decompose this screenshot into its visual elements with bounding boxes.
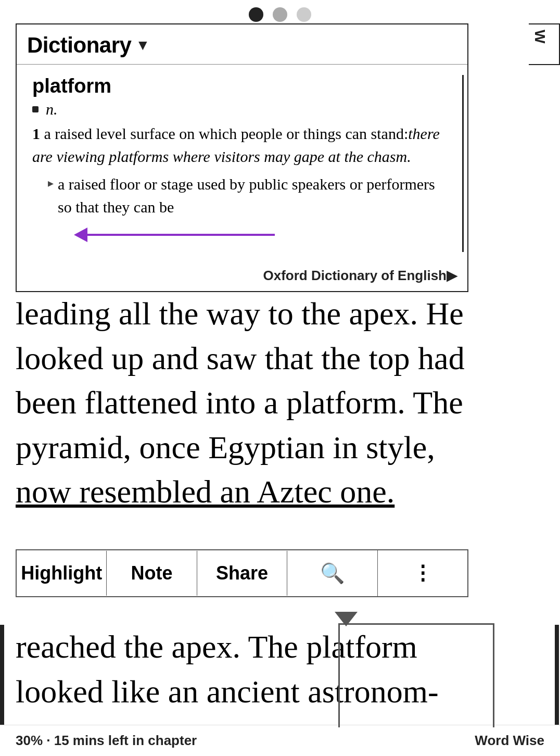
dictionary-header: Dictionary ▼ xyxy=(17,24,467,65)
oxford-footer[interactable]: Oxford Dictionary of English▶ xyxy=(17,262,467,291)
dot-2[interactable] xyxy=(273,7,287,22)
dict-sub-definition: ▸ a raised floor or stage used by public… xyxy=(48,173,452,218)
dict-definition-1: 1 a raised level surface on which people… xyxy=(32,122,452,168)
bottom-line-2: looked like an ancient astronom- xyxy=(16,674,439,709)
sub-bullet: ▸ xyxy=(48,175,54,218)
status-progress: 30% · 15 mins left in chapter xyxy=(16,733,197,749)
dict-word: platform xyxy=(32,75,452,97)
status-word-wise: Word Wise xyxy=(475,733,544,749)
arrow-head xyxy=(74,228,87,242)
dictionary-dropdown-arrow[interactable]: ▼ xyxy=(135,37,150,54)
dot-3[interactable] xyxy=(297,7,311,22)
dict-scrollbar[interactable] xyxy=(461,75,465,252)
book-line-2: looked up and saw that the top had xyxy=(16,341,465,376)
more-button[interactable]: ⋮ xyxy=(378,550,467,596)
side-tab[interactable]: W xyxy=(529,23,560,65)
dictionary-panel: Dictionary ▼ platform n. 1 a raised leve… xyxy=(16,23,468,292)
book-line-5: now resembled an Aztec one. xyxy=(16,474,394,509)
book-line-4: pyramid, once Egyptian in style, xyxy=(16,430,435,465)
highlight-button[interactable]: Highlight xyxy=(17,551,107,596)
sub-def-text: a raised floor or stage used by public s… xyxy=(58,173,452,218)
purple-arrow xyxy=(74,228,452,242)
status-bar: 30% · 15 mins left in chapter Word Wise xyxy=(0,725,560,756)
dictionary-content: platform n. 1 a raised level surface on … xyxy=(17,65,467,262)
note-button[interactable]: Note xyxy=(107,551,197,596)
def-text: a raised level surface on which people o… xyxy=(44,125,409,142)
oxford-link[interactable]: Oxford Dictionary of English▶ xyxy=(263,268,457,283)
arrow-line xyxy=(87,234,275,236)
context-toolbar: Highlight Note Share 🔍 ⋮ xyxy=(16,549,468,597)
bottom-text: reached the apex. The platform looked li… xyxy=(16,625,544,714)
book-line-3: been flattened into a platform. The xyxy=(16,385,463,420)
side-tab-label[interactable]: W xyxy=(529,24,551,48)
toolbar-pointer xyxy=(335,612,358,626)
def-num: 1 xyxy=(32,125,40,142)
book-text: leading all the way to the apex. He look… xyxy=(16,292,544,514)
book-line-1: leading all the way to the apex. He xyxy=(16,296,464,331)
bottom-line-1: reached the apex. The platform xyxy=(16,629,417,664)
share-button[interactable]: Share xyxy=(197,551,287,596)
right-bookmark xyxy=(555,625,559,739)
dict-pos-label: n. xyxy=(46,100,58,118)
dot-1[interactable] xyxy=(249,7,263,22)
dictionary-title: Dictionary xyxy=(27,33,131,58)
left-bookmark xyxy=(0,625,4,739)
search-button[interactable]: 🔍 xyxy=(287,550,377,596)
pos-bullet xyxy=(32,106,39,112)
dict-pos: n. xyxy=(32,100,452,118)
